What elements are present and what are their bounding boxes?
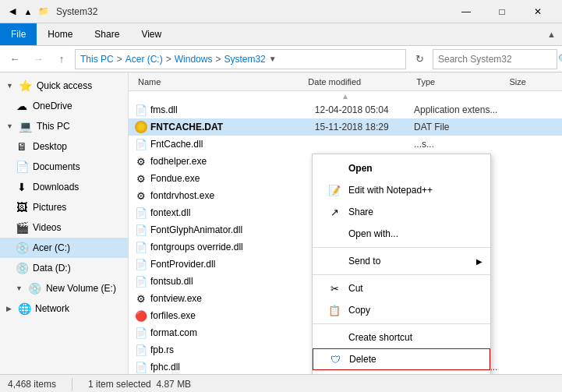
sidebar-label-onedrive: OneDrive xyxy=(33,101,72,111)
menu-item-open[interactable]: Open xyxy=(313,157,490,179)
file-icon: ⚙ xyxy=(135,172,147,185)
up-button[interactable]: ↑ xyxy=(51,49,72,69)
col-header-date[interactable]: Date modified xyxy=(302,77,410,87)
pictures-icon: 🖼 xyxy=(16,201,28,214)
sidebar-label-videos: Videos xyxy=(33,222,61,233)
menu-item-send-to[interactable]: Send to ▶ xyxy=(313,250,490,272)
file-icon: ⚙ xyxy=(135,189,147,202)
file-icon: 📄 xyxy=(135,361,147,373)
back-button[interactable]: ← xyxy=(5,49,25,69)
maximize-button[interactable]: □ xyxy=(484,0,520,23)
file-icon: 📄 xyxy=(135,104,147,116)
menu-separator-3 xyxy=(313,323,490,324)
sidebar-item-quick-access[interactable]: ▼ ⭐ Quick access xyxy=(0,76,128,96)
bc-acer-c[interactable]: Acer (C:) xyxy=(125,54,163,65)
sidebar-item-downloads[interactable]: ⬇ Downloads xyxy=(0,177,128,197)
send-to-icon xyxy=(328,255,341,267)
submenu-arrow: ▶ xyxy=(476,257,482,266)
sidebar-label-network: Network xyxy=(35,303,69,314)
tab-home[interactable]: Home xyxy=(37,23,83,45)
tab-file[interactable]: File xyxy=(0,23,37,45)
menu-item-copy[interactable]: 📋 Copy xyxy=(313,299,490,321)
sidebar-item-desktop[interactable]: 🖥 Desktop xyxy=(0,136,128,157)
title-bar: ◀ ▲ 📁 System32 — □ ✕ xyxy=(0,0,562,23)
address-bar: ← → ↑ This PC > Acer (C:) > Windows > Sy… xyxy=(0,46,562,72)
window-controls[interactable]: — □ ✕ xyxy=(448,0,556,23)
sidebar-item-data-d[interactable]: 💿 Data (D:) xyxy=(0,258,128,278)
sidebar-item-documents[interactable]: 📄 Documents xyxy=(0,157,128,177)
file-icon: 📄 xyxy=(135,344,147,356)
file-icon: 🔴 xyxy=(135,309,147,322)
file-icon: 📄 xyxy=(135,258,147,270)
minimize-button[interactable]: — xyxy=(448,0,484,23)
menu-item-edit-notepad[interactable]: 📝 Edit with Notepad++ xyxy=(313,179,490,201)
search-input[interactable] xyxy=(438,54,555,65)
sidebar: ▼ ⭐ Quick access ☁ OneDrive ▼ 💻 This PC … xyxy=(0,72,129,374)
sidebar-item-videos[interactable]: 🎬 Videos xyxy=(0,217,128,238)
table-row[interactable]: FNTCACHE.DAT 15-11-2018 18:29 DAT File xyxy=(129,118,562,136)
search-icon: 🔍 xyxy=(558,54,562,65)
sidebar-item-network[interactable]: ▶ 🌐 Network xyxy=(0,298,128,319)
file-icon: ⚙ xyxy=(135,155,147,168)
file-icon: 📄 xyxy=(135,275,147,288)
computer-icon: 💻 xyxy=(19,120,32,132)
sidebar-label-quick-access: Quick access xyxy=(37,80,92,91)
file-icon: 📄 xyxy=(135,207,147,219)
menu-item-create-shortcut[interactable]: Create shortcut xyxy=(313,327,490,348)
title-bar-icons: ◀ ▲ 📁 xyxy=(6,5,50,18)
bc-system32[interactable]: System32 xyxy=(224,54,265,65)
star-icon: ⭐ xyxy=(19,79,32,92)
file-icon xyxy=(135,121,147,133)
file-icon: 📄 xyxy=(135,224,147,236)
close-button[interactable]: ✕ xyxy=(520,0,556,23)
nav-up-icon: ▲ xyxy=(22,5,34,18)
notepad-icon: 📝 xyxy=(328,184,341,196)
nav-back-icon: ◀ xyxy=(6,5,19,18)
col-header-name[interactable]: Name xyxy=(132,77,302,87)
col-header-type[interactable]: Type xyxy=(410,77,503,87)
open-icon xyxy=(328,162,341,175)
network-icon: 🌐 xyxy=(18,302,30,315)
menu-item-share[interactable]: ↗ Share xyxy=(313,201,490,223)
videos-icon: 🎬 xyxy=(16,221,28,234)
sidebar-item-this-pc[interactable]: ▼ 💻 This PC xyxy=(0,116,128,136)
file-icon: 📄 xyxy=(135,327,147,339)
sidebar-label-new-volume-e: New Volume (E:) xyxy=(46,283,116,294)
refresh-button[interactable]: ↻ xyxy=(409,49,429,69)
menu-item-delete[interactable]: 🛡 Delete xyxy=(313,348,490,370)
menu-item-rename[interactable]: 🛡 Rename xyxy=(313,370,490,374)
sidebar-label-documents: Documents xyxy=(33,161,80,172)
col-header-size[interactable]: Size xyxy=(503,77,550,87)
window-title: System32 xyxy=(56,6,448,17)
downloads-icon: ⬇ xyxy=(16,181,28,193)
menu-separator-2 xyxy=(313,274,490,275)
sidebar-item-pictures[interactable]: 🖼 Pictures xyxy=(0,197,128,217)
sidebar-label-this-pc: This PC xyxy=(37,121,70,132)
forward-button[interactable]: → xyxy=(28,49,48,69)
sidebar-label-pictures: Pictures xyxy=(33,202,66,213)
sidebar-item-onedrive[interactable]: ☁ OneDrive xyxy=(0,96,128,116)
folder-icon: 📁 xyxy=(37,5,50,18)
table-row[interactable]: 📄FntCache.dll ...s... xyxy=(129,136,562,153)
bc-windows[interactable]: Windows xyxy=(175,54,213,65)
column-headers: Name Date modified Type Size xyxy=(129,72,562,91)
ribbon: File Home Share View ▲ xyxy=(0,23,562,46)
cut-icon: ✂ xyxy=(328,282,341,295)
delete-shield-icon: 🛡 xyxy=(329,353,341,366)
menu-separator-1 xyxy=(313,247,490,248)
sidebar-item-acer-c[interactable]: 💿 Acer (C:) xyxy=(0,238,128,258)
status-selected: 1 item selected 4.87 MB xyxy=(88,379,191,390)
share-icon: ↗ xyxy=(328,206,341,218)
menu-item-cut[interactable]: ✂ Cut xyxy=(313,277,490,299)
sidebar-item-new-volume-e[interactable]: ▼ 💿 New Volume (E:) xyxy=(0,278,128,298)
menu-item-open-with[interactable]: Open with... xyxy=(313,223,490,245)
table-row[interactable]: 📄fms.dll 12-04-2018 05:04 Application ex… xyxy=(129,101,562,118)
copy-icon: 📋 xyxy=(328,304,341,316)
status-bar: 4,468 items 1 item selected 4.87 MB xyxy=(0,374,562,392)
open-with-icon xyxy=(328,228,341,240)
tab-view[interactable]: View xyxy=(130,23,172,45)
breadcrumb[interactable]: This PC > Acer (C:) > Windows > System32… xyxy=(75,49,406,69)
cloud-icon: ☁ xyxy=(16,100,28,112)
bc-this-pc[interactable]: This PC xyxy=(80,54,114,65)
tab-share[interactable]: Share xyxy=(83,23,130,45)
